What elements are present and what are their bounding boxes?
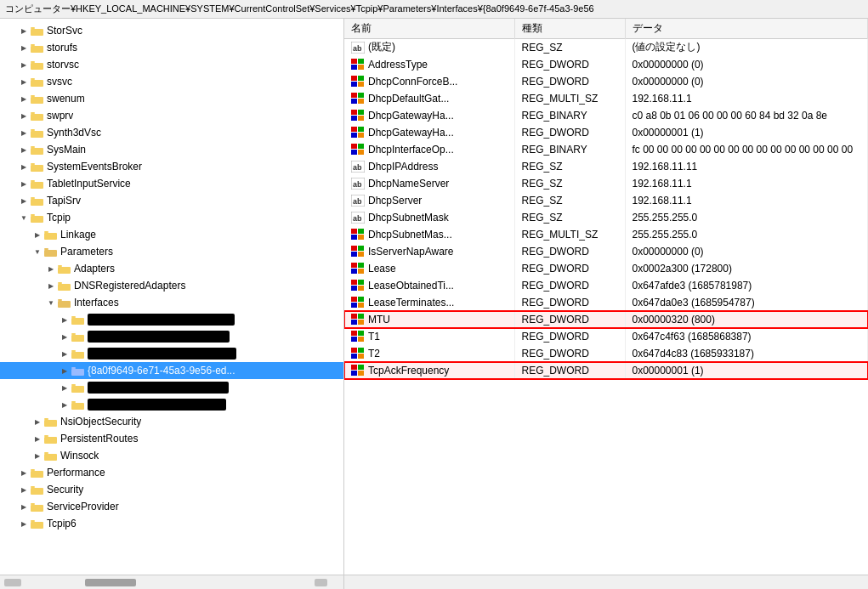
tree-expand-icon[interactable]: ▶ xyxy=(17,483,31,496)
tree-expand-icon[interactable]: ▶ xyxy=(58,398,71,411)
tree-item-security[interactable]: ▶Security xyxy=(0,481,343,498)
tree-expand-icon[interactable]: ▶ xyxy=(17,92,31,105)
svg-rect-131 xyxy=(358,365,364,370)
tree-item-swenum[interactable]: ▶swenum xyxy=(0,90,343,107)
reg-dword-icon xyxy=(351,59,365,71)
tree-item-winsock[interactable]: ▶Winsock xyxy=(0,447,343,464)
tree-item-nsiobjectsecurity[interactable]: ▶NsiObjectSecurity xyxy=(0,413,343,430)
tree-expand-icon[interactable]: ▶ xyxy=(17,109,31,122)
tree-item-iface1[interactable]: ▶{04b79160-6cf9-4440-9315-2b... xyxy=(0,311,343,328)
table-row[interactable]: abDhcpServerREG_SZ192.168.11.1 xyxy=(344,192,868,209)
tree-expand-icon[interactable]: ▶ xyxy=(31,415,44,428)
cell-type: REG_DWORD xyxy=(514,311,625,328)
tree-expand-icon[interactable]: ▶ xyxy=(17,177,31,190)
cell-data: fc 00 00 00 00 00 00 00 00 00 00 00 00 0… xyxy=(625,141,868,158)
table-row[interactable]: abDhcpNameServerREG_SZ192.168.11.1 xyxy=(344,175,868,192)
tree-expand-icon[interactable]: ▶ xyxy=(31,432,44,445)
table-row[interactable]: DhcpInterfaceOp...REG_BINARYfc 00 00 00 … xyxy=(344,141,868,158)
tree-item-adapters[interactable]: ▶Adapters xyxy=(0,260,343,277)
tree-expand-icon[interactable]: ▶ xyxy=(17,58,31,71)
table-row[interactable]: T1REG_DWORD0x647c4f63 (1685868387) xyxy=(344,328,868,345)
tree-item-systemeventsbroker[interactable]: ▶SystemEventsBroker xyxy=(0,158,343,175)
registry-table-container[interactable]: 名前 種類 データ ab(既定)REG_SZ(値の設定なし)AddressTyp… xyxy=(344,19,868,575)
table-row[interactable]: abDhcpIPAddressREG_SZ192.168.11.11 xyxy=(344,158,868,175)
tree-item-tapisrv[interactable]: ▶TapiSrv xyxy=(0,192,343,209)
table-row[interactable]: MTUREG_DWORD0x00000320 (800) xyxy=(344,311,868,328)
svg-rect-79 xyxy=(358,110,364,115)
header-type[interactable]: 種類 xyxy=(514,19,625,39)
tree-expand-icon[interactable]: ▶ xyxy=(17,24,31,37)
tree-item-sysmain[interactable]: ▶SysMain xyxy=(0,141,343,158)
svg-rect-16 xyxy=(31,163,35,165)
table-row[interactable]: AddressTypeREG_DWORD0x00000000 (0) xyxy=(344,56,868,73)
table-row[interactable]: LeaseREG_DWORD0x0002a300 (172800) xyxy=(344,260,868,277)
tree-item-performance[interactable]: ▶Performance xyxy=(0,464,343,481)
tree-item-storufs[interactable]: ▶storufs xyxy=(0,39,343,56)
svg-rect-29 xyxy=(58,267,71,274)
tree-item-linkage[interactable]: ▶Linkage xyxy=(0,226,343,243)
tree-expand-icon[interactable]: ▶ xyxy=(17,41,31,54)
tree-expand-icon[interactable]: ▶ xyxy=(17,160,31,173)
tree-item-serviceprovider[interactable]: ▶ServiceProvider xyxy=(0,498,343,515)
tree-item-tabletinputservice[interactable]: ▶TabletInputService xyxy=(0,175,343,192)
tree-expand-icon[interactable]: ▶ xyxy=(17,126,31,139)
table-row[interactable]: DhcpConnForceB...REG_DWORD0x00000000 (0) xyxy=(344,73,868,90)
cell-type: REG_DWORD xyxy=(514,345,625,362)
tree-expand-icon[interactable]: ▶ xyxy=(58,313,71,326)
tree-expand-icon[interactable]: ▼ xyxy=(44,296,58,309)
tree-item-dnsregisteredadapters[interactable]: ▶DNSRegisteredAdapters xyxy=(0,277,343,294)
table-row[interactable]: IsServerNapAwareREG_DWORD0x00000000 (0) xyxy=(344,243,868,260)
tree-expand-icon[interactable]: ▶ xyxy=(31,228,44,241)
tree-expand-icon[interactable]: ▶ xyxy=(17,500,31,513)
tree-item-tcpip6[interactable]: ▶Tcpip6 xyxy=(0,515,343,532)
tree-expand-icon[interactable]: ▶ xyxy=(44,262,58,275)
tree-item-iface4[interactable]: ▶{8a0f9649-6e71-45a3-9e56-ed... xyxy=(0,362,343,379)
svg-rect-61 xyxy=(4,579,21,586)
table-scrollbar-bottom[interactable] xyxy=(344,575,868,589)
table-row[interactable]: T2REG_DWORD0x647d4c83 (1685933187) xyxy=(344,345,868,362)
tree-item-swprv[interactable]: ▶swprv xyxy=(0,107,343,124)
svg-rect-35 xyxy=(71,318,84,325)
tree-expand-icon[interactable]: ▶ xyxy=(17,517,31,530)
tree-item-parameters[interactable]: ▼Parameters xyxy=(0,243,343,260)
tree-expand-icon[interactable]: ▶ xyxy=(58,347,71,360)
table-row[interactable]: LeaseObtainedTi...REG_DWORD0x647afde3 (1… xyxy=(344,277,868,294)
tree-area[interactable]: ▶StorSvc▶storufs▶storvsc▶svsvc▶swenum▶sw… xyxy=(0,19,343,575)
table-row[interactable]: LeaseTerminates...REG_DWORD0x647da0e3 (1… xyxy=(344,294,868,311)
table-row[interactable]: DhcpSubnetMas...REG_MULTI_SZ255.255.255.… xyxy=(344,226,868,243)
tree-scrollbar-bottom[interactable] xyxy=(0,575,343,589)
header-data[interactable]: データ xyxy=(625,19,868,39)
svg-rect-36 xyxy=(71,333,76,335)
table-row[interactable]: ab(既定)REG_SZ(値の設定なし) xyxy=(344,39,868,56)
table-row[interactable]: DhcpGatewayHa...REG_BINARYc0 a8 0b 01 06… xyxy=(344,107,868,124)
tree-expand-icon[interactable]: ▶ xyxy=(31,449,44,462)
tree-expand-icon[interactable]: ▶ xyxy=(17,143,31,156)
tree-item-persistentroutes[interactable]: ▶PersistentRoutes xyxy=(0,430,343,447)
table-row[interactable]: DhcpGatewayHa...REG_DWORD0x00000001 (1) xyxy=(344,124,868,141)
tree-expand-icon[interactable]: ▶ xyxy=(17,194,31,207)
tree-item-iface6[interactable]: ▶{ba114aa8-3725-46a0-b943-... xyxy=(0,396,343,413)
tree-item-svsvc[interactable]: ▶svsvc xyxy=(0,73,343,90)
reg-dword-icon xyxy=(351,127,365,139)
tree-item-iface3[interactable]: ▶{0a0b2cd4-48e4-11aa-9699-9c... xyxy=(0,345,343,362)
tree-expand-icon[interactable]: ▶ xyxy=(17,75,31,88)
tree-expand-icon[interactable]: ▶ xyxy=(44,279,58,292)
tree-item-storvsc[interactable]: ▶storvsc xyxy=(0,56,343,73)
table-row[interactable]: TcpAckFrequencyREG_DWORD0x00000001 (1) xyxy=(344,362,868,379)
tree-expand-icon[interactable]: ▼ xyxy=(31,245,44,258)
table-row[interactable]: abDhcpSubnetMaskREG_SZ255.255.255.0 xyxy=(344,209,868,226)
tree-expand-icon[interactable]: ▶ xyxy=(58,364,71,377)
table-row[interactable]: DhcpDefaultGat...REG_MULTI_SZ192.168.11.… xyxy=(344,90,868,107)
tree-expand-icon[interactable]: ▶ xyxy=(58,381,71,394)
tree-expand-icon[interactable]: ▼ xyxy=(17,211,31,224)
tree-item-storsvc[interactable]: ▶StorSvc xyxy=(0,22,343,39)
reg-dword-icon xyxy=(351,76,365,88)
tree-item-interfaces[interactable]: ▼Interfaces xyxy=(0,294,343,311)
tree-expand-icon[interactable]: ▶ xyxy=(58,330,71,343)
tree-item-tcpip[interactable]: ▼Tcpip xyxy=(0,209,343,226)
tree-item-iface2[interactable]: ▶{68127125-9bcc-4774-8c62-c... xyxy=(0,328,343,345)
header-name[interactable]: 名前 xyxy=(344,19,514,39)
tree-item-iface5[interactable]: ▶{f8df156f-7c34-4a76-a08d-e5... xyxy=(0,379,343,396)
tree-item-synth3dvsc[interactable]: ▶Synth3dVsc xyxy=(0,124,343,141)
tree-expand-icon[interactable]: ▶ xyxy=(17,466,31,479)
